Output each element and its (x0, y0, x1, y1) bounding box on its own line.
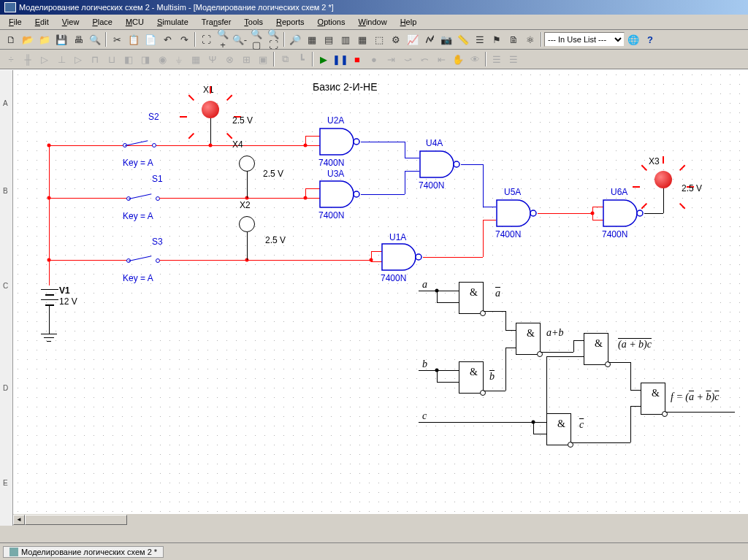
electro-button[interactable]: ⊗ (221, 51, 237, 67)
cut-button[interactable]: ✂ (109, 31, 125, 47)
gate-u6a[interactable] (602, 199, 646, 228)
parent-button[interactable]: ⬚ (371, 31, 387, 47)
rf-button[interactable]: Ψ (205, 51, 221, 67)
save-button[interactable]: 💾 (53, 31, 69, 47)
analyze-button[interactable]: 📈 (405, 31, 421, 47)
gate-u3a[interactable] (318, 180, 362, 209)
misc-button[interactable]: ◧ (121, 51, 137, 67)
list2-button[interactable]: ☰ (505, 51, 522, 67)
chip-abc[interactable]: & (584, 333, 608, 365)
chip-not-a[interactable]: & (459, 282, 484, 314)
spreadsheet-button[interactable]: ▦ (304, 31, 320, 47)
pause-button[interactable]: ❚❚ (332, 51, 348, 67)
netlist-button[interactable]: 🗎 (505, 31, 522, 47)
capture-button[interactable]: 📷 (438, 31, 454, 47)
print-button[interactable]: 🖶 (70, 31, 86, 47)
chip-output[interactable]: & (641, 383, 665, 415)
open-button[interactable]: 📂 (20, 31, 36, 47)
step-over-button[interactable]: ⤻ (400, 51, 416, 67)
mixed-button[interactable]: ◨ (137, 51, 153, 67)
copy-button[interactable]: 📋 (126, 31, 142, 47)
menu-options[interactable]: Options (312, 16, 351, 28)
chip-not-c[interactable]: & (546, 413, 571, 445)
wizard-button[interactable]: 🗲 (421, 31, 438, 47)
gate-u4a[interactable] (419, 150, 462, 179)
tool-db-button[interactable]: 🔎 (287, 31, 303, 47)
gate-u2a[interactable] (318, 127, 362, 156)
preview-button[interactable]: 🔍 (87, 31, 103, 47)
probe-x2[interactable] (239, 216, 255, 232)
gate-u1a[interactable] (381, 242, 424, 272)
analog-button[interactable]: ▷ (70, 51, 86, 67)
zoomout-button[interactable]: 🔍- (232, 31, 248, 47)
redo-button[interactable]: ↷ (176, 31, 192, 47)
menu-help[interactable]: Help (394, 16, 423, 28)
hier-button[interactable]: ⧉ (277, 51, 293, 67)
sig-c: c (422, 410, 427, 422)
scroll-thumb[interactable] (25, 515, 127, 525)
sig-not-b: b (489, 371, 495, 383)
menu-transfer[interactable]: Transfer (196, 16, 237, 28)
drc-button[interactable]: ⚑ (489, 31, 505, 47)
menu-mcu[interactable]: MCU (120, 16, 150, 28)
step-out-button[interactable]: ⤺ (416, 51, 432, 67)
basic-button[interactable]: ╫ (20, 51, 36, 67)
list1-button[interactable]: ☰ (489, 51, 505, 67)
power-button[interactable]: ⏚ (171, 51, 187, 67)
ttl-button[interactable]: ⊓ (87, 51, 103, 67)
schematic-canvas[interactable]: Базис 2-И-НЕ V1 12 V S2 Key = A (13, 70, 748, 514)
new-button[interactable]: 🗋 (3, 31, 19, 47)
mcu-button[interactable]: ▣ (255, 51, 271, 67)
indicator-button[interactable]: ◉ (154, 51, 170, 67)
undo-button[interactable]: ↶ (159, 31, 175, 47)
ruler-button[interactable]: 📏 (455, 31, 471, 47)
led-x1[interactable] (202, 101, 219, 118)
menu-file[interactable]: File (3, 16, 28, 28)
paste-button[interactable]: 📄 (142, 31, 159, 47)
menu-simulate[interactable]: Simulate (151, 16, 194, 28)
zoomfit-button[interactable]: 🔍⛶ (265, 31, 281, 47)
help-button[interactable]: ? (642, 31, 658, 47)
fullscreen-button[interactable]: ⛶ (198, 31, 214, 47)
probe-x4[interactable] (239, 156, 255, 172)
postproc-button[interactable]: ▥ (337, 31, 354, 47)
misc2-button[interactable]: ▦ (188, 51, 204, 67)
grapher-button[interactable]: ▤ (321, 31, 337, 47)
record-button[interactable]: ● (366, 51, 382, 67)
breakpoint-button[interactable]: ✋ (450, 51, 466, 67)
layers-button[interactable]: ☰ (472, 31, 488, 47)
menu-reports[interactable]: Reports (270, 16, 310, 28)
bom-button[interactable]: ⚛ (522, 31, 538, 47)
step-end-button[interactable]: ⇤ (433, 51, 449, 67)
ladder-button[interactable]: ⊞ (238, 51, 254, 67)
zoomarea-button[interactable]: 🔍▢ (248, 31, 264, 47)
workspace: A B C D E Базис 2-И-НЕ V1 12 V S2 Key = (0, 69, 748, 526)
gate-u5a[interactable] (495, 199, 539, 228)
led-x3[interactable] (654, 171, 672, 188)
step-into-button[interactable]: ⇥ (383, 51, 399, 67)
watch-button[interactable]: 👁 (467, 51, 483, 67)
menu-view[interactable]: View (56, 16, 85, 28)
document-tab[interactable]: Моделирование логических схем 2 * (3, 546, 164, 558)
transistor-button[interactable]: ⊥ (53, 51, 69, 67)
bus-button[interactable]: ┗ (294, 51, 310, 67)
stop-button[interactable]: ■ (349, 51, 365, 67)
cmos-button[interactable]: ⊔ (104, 51, 120, 67)
edu-button[interactable]: 🌐 (625, 31, 641, 47)
run-button[interactable]: ▶ (316, 51, 332, 67)
diode-button[interactable]: ▷ (37, 51, 53, 67)
scrollbar-horizontal[interactable]: ◄ (13, 514, 748, 526)
inuse-dropdown[interactable]: --- In Use List --- (544, 32, 625, 47)
chip-not-b[interactable]: & (459, 361, 484, 394)
chip-aplusb[interactable]: & (516, 323, 541, 355)
menu-place[interactable]: Place (86, 16, 118, 28)
menu-window[interactable]: Window (352, 16, 392, 28)
menu-tools[interactable]: Tools (238, 16, 269, 28)
menu-edit[interactable]: Edit (29, 16, 55, 28)
open-sample-button[interactable]: 📁 (37, 31, 53, 47)
source-button[interactable]: ÷ (3, 51, 19, 67)
zoomin-button[interactable]: 🔍+ (215, 31, 231, 47)
breadboard-button[interactable]: ▦ (354, 31, 370, 47)
ercheck-button[interactable]: ⚙ (388, 31, 404, 47)
scroll-left-arrow[interactable]: ◄ (13, 515, 25, 525)
